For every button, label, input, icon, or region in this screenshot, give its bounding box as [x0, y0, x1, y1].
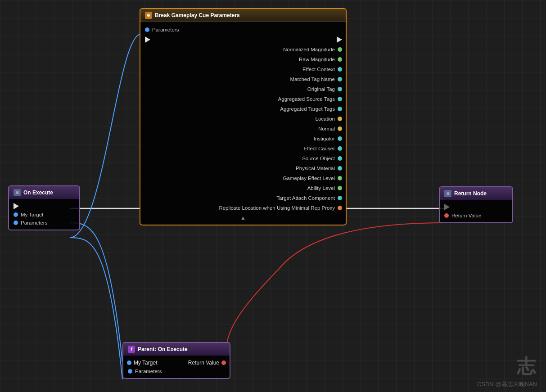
output-ability-level: Ability Level	[140, 183, 346, 193]
parent-parameters-pin	[128, 369, 132, 374]
label-raw-magnitude: Raw Magnitude	[299, 57, 335, 62]
pin-instigator	[338, 136, 342, 141]
on-execute-parameters-label: Parameters	[21, 220, 47, 225]
output-gameplay-effect-level: Gameplay Effect Level	[140, 173, 346, 183]
csdn-watermark: CSDN @暮志未晚NAN	[477, 380, 537, 388]
return-node-body: Return Value	[440, 200, 512, 222]
label-physical-material: Physical Material	[296, 166, 335, 171]
pin-effect-context	[338, 67, 342, 72]
output-normalized-magnitude: Normalized Magnitude	[140, 45, 346, 54]
pin-physical-material	[338, 166, 342, 171]
pin-replicate-location	[338, 206, 342, 210]
return-monitor-icon: ▣	[444, 190, 451, 197]
label-normal: Normal	[318, 126, 335, 131]
break-node-body: Parameters Normalized Magnitude	[140, 22, 346, 225]
output-original-tag: Original Tag	[140, 84, 346, 94]
on-execute-my-target-pin	[14, 212, 18, 217]
parameters-input-pin	[145, 27, 149, 32]
on-execute-my-target-row: My Target	[9, 211, 79, 219]
pin-normalized-magnitude	[338, 47, 342, 52]
return-node[interactable]: ▣ Return Node Return Value	[439, 186, 513, 223]
chinese-character-icon: 志	[514, 354, 537, 376]
output-physical-material: Physical Material	[140, 163, 346, 173]
label-effect-context: Effect Context	[302, 67, 335, 72]
return-node-header: ▣ Return Node	[440, 187, 512, 200]
pin-matched-tag-name	[338, 77, 342, 81]
on-execute-node[interactable]: ▣ On Execute My Target Parameters	[8, 185, 80, 230]
on-execute-exec-row	[9, 202, 79, 211]
return-node-title: Return Node	[454, 190, 487, 197]
parent-node-title: Parent: On Execute	[138, 346, 188, 352]
on-execute-title: On Execute	[23, 189, 53, 196]
output-raw-magnitude: Raw Magnitude	[140, 54, 346, 64]
scroll-up-icon[interactable]: ▲	[240, 215, 246, 221]
output-target-attach-component: Target Attach Component	[140, 193, 346, 203]
label-aggregated-target-tags: Aggregated Target Tags	[280, 106, 335, 112]
on-execute-parameters-row: Parameters	[9, 219, 79, 227]
break-node-title: Break Gameplay Cue Parameters	[155, 12, 240, 18]
parent-node-body: My Target Return Value Parameters	[123, 356, 230, 378]
output-location: Location	[140, 114, 346, 124]
exec-output-pin	[337, 36, 342, 43]
monitor-icon: ▣	[14, 189, 21, 196]
exec-input-pin	[145, 36, 150, 43]
label-target-attach-component: Target Attach Component	[276, 195, 335, 201]
label-instigator: Instigator	[314, 136, 335, 141]
pin-effect-causer	[338, 146, 342, 151]
exec-row	[140, 35, 346, 45]
pin-ability-level	[338, 186, 342, 190]
pin-aggregated-target-tags	[338, 107, 342, 111]
pin-aggregated-source-tags	[338, 97, 342, 101]
return-exec-row	[440, 203, 512, 212]
break-row-parameters: Parameters	[140, 25, 346, 35]
output-normal: Normal	[140, 124, 346, 134]
label-original-tag: Original Tag	[307, 86, 335, 92]
label-aggregated-source-tags: Aggregated Source Tags	[278, 96, 335, 102]
label-matched-tag-name: Matched Tag Name	[290, 77, 335, 82]
label-ability-level: Ability Level	[307, 185, 335, 191]
break-node-header: ⊕ Break Gameplay Cue Parameters	[140, 9, 346, 22]
on-execute-my-target-label: My Target	[21, 212, 43, 217]
pin-normal	[338, 126, 342, 131]
output-effect-causer: Effect Causer	[140, 144, 346, 153]
output-matched-tag-name: Matched Tag Name	[140, 74, 346, 84]
label-replicate-location: Replicate Location when Using Minimal Re…	[219, 205, 335, 211]
label-location: Location	[316, 116, 335, 122]
return-value-pin	[444, 213, 449, 218]
scroll-indicator[interactable]: ▲	[140, 213, 346, 222]
watermark-chinese: 志	[514, 354, 537, 378]
output-instigator: Instigator	[140, 134, 346, 144]
on-execute-parameters-pin	[14, 221, 18, 225]
output-effect-context: Effect Context	[140, 64, 346, 74]
canvas[interactable]: ⊕ Break Gameplay Cue Parameters Paramete…	[0, 0, 546, 392]
output-replicate-location: Replicate Location when Using Minimal Re…	[140, 203, 346, 213]
return-exec-in-pin	[444, 204, 450, 210]
pin-raw-magnitude	[338, 57, 342, 62]
on-execute-body: My Target Parameters	[9, 199, 79, 230]
label-source-object: Source Object	[302, 156, 335, 161]
parent-parameters-row: Parameters	[123, 367, 230, 375]
parent-return-value-label: Return Value	[188, 360, 219, 366]
svg-text:志: 志	[516, 356, 537, 376]
parameters-label: Parameters	[152, 27, 179, 32]
pin-gameplay-effect-level	[338, 176, 342, 180]
pin-source-object	[338, 156, 342, 161]
parent-node-header: f Parent: On Execute	[123, 343, 230, 356]
parent-my-target-label: My Target	[134, 360, 157, 366]
parent-on-execute-node[interactable]: f Parent: On Execute My Target Return Va…	[122, 342, 230, 379]
label-gameplay-effect-level: Gameplay Effect Level	[283, 176, 335, 181]
break-icon: ⊕	[145, 12, 152, 19]
output-aggregated-target-tags: Aggregated Target Tags	[140, 104, 346, 114]
output-aggregated-source-tags: Aggregated Source Tags	[140, 94, 346, 104]
label-normalized-magnitude: Normalized Magnitude	[283, 47, 335, 52]
return-value-label: Return Value	[451, 213, 481, 218]
output-source-object: Source Object	[140, 153, 346, 163]
function-icon: f	[128, 346, 135, 353]
parent-my-target-row: My Target Return Value	[123, 358, 230, 367]
break-gameplay-cue-node[interactable]: ⊕ Break Gameplay Cue Parameters Paramete…	[140, 8, 347, 225]
parent-my-target-pin	[127, 360, 131, 365]
return-value-row: Return Value	[440, 212, 512, 220]
on-execute-header: ▣ On Execute	[9, 186, 79, 199]
parent-return-value-pin	[221, 360, 226, 365]
label-effect-causer: Effect Causer	[304, 146, 335, 151]
